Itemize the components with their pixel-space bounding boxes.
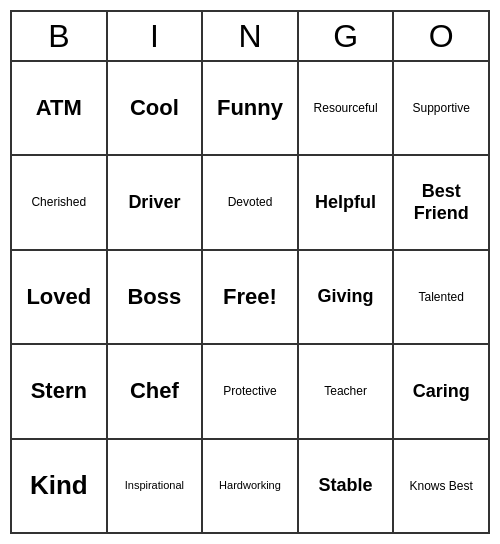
bingo-cell: Cherished bbox=[12, 156, 108, 248]
bingo-cell: Caring bbox=[394, 345, 488, 437]
bingo-cell: Best Friend bbox=[394, 156, 488, 248]
bingo-cell: Hardworking bbox=[203, 440, 299, 532]
bingo-header: BINGO bbox=[12, 12, 488, 62]
bingo-cell: Boss bbox=[108, 251, 204, 343]
bingo-cell: Devoted bbox=[203, 156, 299, 248]
bingo-cell: Helpful bbox=[299, 156, 395, 248]
bingo-cell: Driver bbox=[108, 156, 204, 248]
bingo-cell: Protective bbox=[203, 345, 299, 437]
bingo-cell: Resourceful bbox=[299, 62, 395, 154]
header-letter: N bbox=[203, 12, 299, 60]
bingo-row: LovedBossFree!GivingTalented bbox=[12, 251, 488, 345]
bingo-cell: Inspirational bbox=[108, 440, 204, 532]
bingo-cell: Free! bbox=[203, 251, 299, 343]
bingo-cell: Chef bbox=[108, 345, 204, 437]
bingo-cell: Cool bbox=[108, 62, 204, 154]
header-letter: G bbox=[299, 12, 395, 60]
bingo-cell: Stern bbox=[12, 345, 108, 437]
header-letter: O bbox=[394, 12, 488, 60]
bingo-cell: ATM bbox=[12, 62, 108, 154]
header-letter: I bbox=[108, 12, 204, 60]
bingo-row: CherishedDriverDevotedHelpfulBest Friend bbox=[12, 156, 488, 250]
bingo-cell: Knows Best bbox=[394, 440, 488, 532]
bingo-cell: Loved bbox=[12, 251, 108, 343]
bingo-cell: Teacher bbox=[299, 345, 395, 437]
bingo-cell: Funny bbox=[203, 62, 299, 154]
bingo-row: KindInspirationalHardworkingStableKnows … bbox=[12, 440, 488, 532]
bingo-card: BINGO ATMCoolFunnyResourcefulSupportiveC… bbox=[10, 10, 490, 534]
bingo-cell: Supportive bbox=[394, 62, 488, 154]
bingo-cell: Kind bbox=[12, 440, 108, 532]
bingo-cell: Talented bbox=[394, 251, 488, 343]
bingo-cell: Giving bbox=[299, 251, 395, 343]
header-letter: B bbox=[12, 12, 108, 60]
bingo-row: ATMCoolFunnyResourcefulSupportive bbox=[12, 62, 488, 156]
bingo-row: SternChefProtectiveTeacherCaring bbox=[12, 345, 488, 439]
bingo-body: ATMCoolFunnyResourcefulSupportiveCherish… bbox=[12, 62, 488, 532]
bingo-cell: Stable bbox=[299, 440, 395, 532]
